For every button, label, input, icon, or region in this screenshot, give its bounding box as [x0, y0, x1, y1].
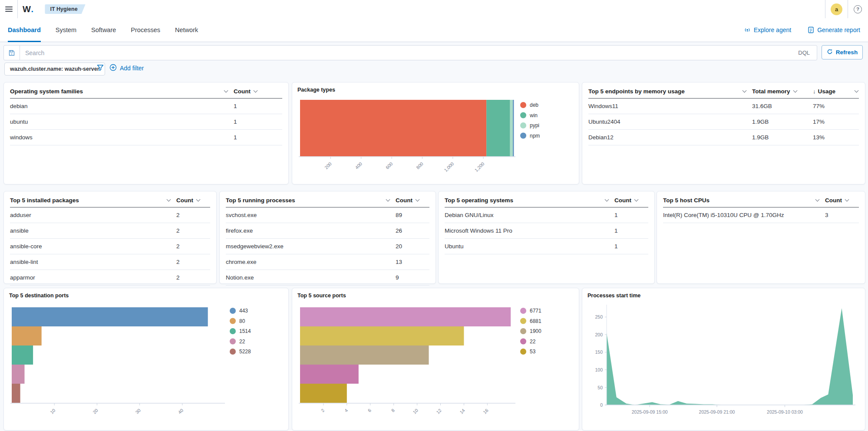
- table-row: chrome.exe13: [226, 254, 429, 270]
- chevron-down-icon[interactable]: [196, 197, 201, 202]
- table-header: Top 5 operating systems Count: [445, 193, 648, 207]
- filter-funnel-icon[interactable]: [96, 64, 104, 73]
- refresh-button[interactable]: Refresh: [822, 45, 863, 59]
- svg-text:80: 80: [239, 318, 245, 324]
- header-right: a ?: [825, 0, 868, 18]
- panel-title: Top 5 host CPUs: [663, 197, 710, 204]
- explore-agent-button[interactable]: Explore agent: [744, 26, 791, 33]
- destination-ports-chart[interactable]: 10203040443801514225228: [8, 302, 284, 428]
- divider: [825, 0, 825, 18]
- column-header-count: Count: [396, 197, 413, 204]
- svg-text:1,200: 1,200: [473, 161, 485, 173]
- table-row: ansible-lint2: [10, 254, 210, 270]
- svg-text:0: 0: [600, 402, 603, 408]
- panel-title: Processes start time: [587, 293, 640, 299]
- panel-title: Top 5 operating systems: [445, 197, 513, 204]
- svg-text:150: 150: [595, 349, 603, 355]
- svg-text:10: 10: [412, 408, 419, 415]
- table-row: Windows1131.6GB77%: [588, 99, 859, 114]
- add-filter-button[interactable]: Add filter: [109, 64, 144, 72]
- svg-text:2: 2: [320, 408, 326, 413]
- generate-report-button[interactable]: Generate report: [808, 26, 860, 33]
- filter-pill[interactable]: wazuh.cluster.name: wazuh-server: [4, 63, 105, 76]
- table-row: Ubuntu1: [445, 239, 648, 254]
- breadcrumb[interactable]: IT Hygiene: [45, 4, 85, 14]
- package-types-chart[interactable]: 2004006008001,0001,200debwinpypinpm: [297, 96, 574, 181]
- report-icon: [808, 26, 814, 33]
- panel-operating-systems: Top 5 operating systems Count Debian GNU…: [438, 191, 655, 284]
- help-icon[interactable]: ?: [854, 5, 862, 13]
- chevron-down-icon[interactable]: [224, 89, 228, 93]
- chevron-down-icon[interactable]: [793, 89, 797, 93]
- table-header: Top 5 installed packages Count: [10, 193, 210, 207]
- svg-text:win: win: [529, 112, 538, 118]
- column-header-count: Count: [176, 197, 193, 204]
- table-row: apparmor2: [10, 270, 210, 286]
- divider: [17, 0, 18, 18]
- tab-software[interactable]: Software: [91, 18, 116, 42]
- chevron-down-icon[interactable]: [855, 89, 859, 93]
- saved-query-icon[interactable]: [4, 46, 20, 60]
- svg-text:pypi: pypi: [530, 122, 539, 128]
- chevron-down-icon[interactable]: [605, 197, 609, 202]
- panel-installed-packages: Top 5 installed packages Count adduser2 …: [3, 191, 217, 284]
- sort-desc-icon: ↓: [813, 88, 816, 95]
- tab-network[interactable]: Network: [175, 18, 198, 42]
- column-header-count: Count: [825, 197, 842, 204]
- table-row: Microsoft Windows 11 Pro1: [445, 223, 648, 239]
- query-language-selector[interactable]: DQL: [791, 49, 817, 56]
- svg-text:1514: 1514: [239, 328, 251, 334]
- table-row: Notion.exe9: [226, 270, 429, 286]
- column-header-memory: Total memory: [752, 88, 790, 95]
- column-header-count: Count: [234, 88, 251, 95]
- svg-text:40: 40: [177, 408, 184, 415]
- table-row: Ubuntu24041.9GB17%: [588, 114, 859, 130]
- table-row: ansible2: [10, 223, 210, 239]
- table-row: ansible-core2: [10, 239, 210, 254]
- panel-title: Top 5 installed packages: [10, 197, 79, 204]
- table-row: adduser2: [10, 207, 210, 223]
- svg-text:14: 14: [459, 408, 466, 415]
- svg-text:200: 200: [595, 332, 603, 337]
- avatar[interactable]: a: [831, 3, 842, 15]
- broadcast-icon: [744, 26, 751, 33]
- table-row: firefox.exe26: [226, 223, 429, 239]
- chevron-down-icon[interactable]: [634, 197, 639, 202]
- tab-system[interactable]: System: [56, 18, 76, 42]
- table-row: Intel(R) Core(TM) i5-10310U CPU @ 1.70GH…: [663, 207, 859, 223]
- svg-text:800: 800: [415, 161, 424, 170]
- chevron-down-icon[interactable]: [743, 89, 747, 93]
- chevron-down-icon[interactable]: [386, 197, 390, 202]
- svg-text:5228: 5228: [239, 349, 251, 355]
- search-input[interactable]: [20, 49, 791, 56]
- processes-start-time-chart[interactable]: 0501001502002502025-09-09 15:002025-09-0…: [587, 302, 861, 428]
- svg-text:6881: 6881: [530, 318, 541, 324]
- source-ports-chart[interactable]: 2468101214166771688119002253: [297, 302, 574, 428]
- panel-os-families: Operating system families Count debian1 …: [3, 82, 289, 184]
- tab-processes[interactable]: Processes: [131, 18, 160, 42]
- panel-endpoints-memory: Top 5 endpoints by memory usage Total me…: [582, 82, 865, 184]
- panel-title: Operating system families: [10, 88, 83, 95]
- panel-host-cpus: Top 5 host CPUs Count Intel(R) Core(TM) …: [657, 191, 865, 284]
- svg-text:8: 8: [390, 408, 396, 413]
- chevron-down-icon[interactable]: [815, 197, 820, 202]
- table-header: Top 5 running processes Count: [226, 193, 429, 207]
- svg-text:600: 600: [385, 161, 394, 170]
- chevron-down-icon[interactable]: [845, 197, 849, 202]
- top-header: W. IT Hygiene a ?: [0, 0, 868, 19]
- table-row: windows1: [10, 130, 282, 145]
- svg-text:22: 22: [239, 339, 245, 345]
- chevron-down-icon[interactable]: [416, 197, 420, 202]
- wazuh-logo[interactable]: W.: [23, 4, 33, 14]
- chevron-down-icon[interactable]: [167, 197, 171, 202]
- chevron-down-icon[interactable]: [254, 89, 258, 93]
- plus-circle-icon: [109, 64, 117, 72]
- tab-dashboard[interactable]: Dashboard: [8, 18, 41, 42]
- svg-text:250: 250: [595, 314, 603, 319]
- panel-source-ports: Top 5 source ports 246810121416677168811…: [292, 288, 579, 431]
- panel-running-processes: Top 5 running processes Count svchost.ex…: [219, 191, 436, 284]
- menu-icon[interactable]: [0, 0, 17, 18]
- svg-text:2025-09-09 15:00: 2025-09-09 15:00: [632, 409, 668, 415]
- svg-text:30: 30: [134, 408, 142, 415]
- generate-report-label: Generate report: [817, 26, 860, 33]
